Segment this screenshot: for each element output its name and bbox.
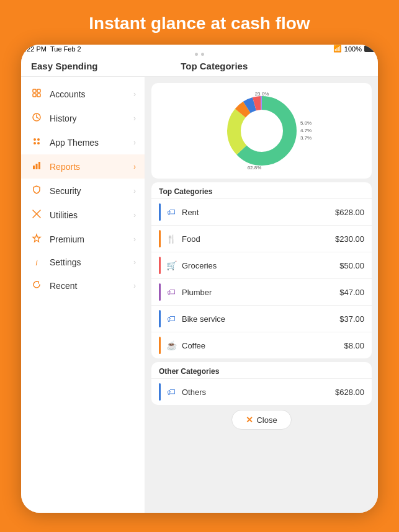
- food-amount: $230.00: [335, 234, 364, 244]
- top-categories-title: Top Categories: [151, 182, 372, 198]
- settings-chevron: ›: [133, 258, 136, 267]
- recent-icon: [30, 280, 43, 291]
- svg-point-8: [37, 142, 40, 144]
- premium-label: Premium: [50, 234, 133, 244]
- status-date: Tue Feb 2: [50, 45, 81, 53]
- accounts-icon: [30, 88, 43, 100]
- utilities-icon: [30, 209, 43, 221]
- groceries-color: [159, 257, 161, 274]
- page-header: Instant glance at cash flow: [76, 0, 322, 45]
- others-icon: 🏷: [166, 387, 177, 397]
- bikeservice-icon: 🏷: [166, 314, 177, 324]
- cat-row-bikeservice: 🏷 Bike service $37.00: [151, 305, 372, 332]
- others-color: [159, 383, 161, 401]
- settings-label: Settings: [50, 257, 133, 267]
- plumber-icon: 🏷: [166, 287, 177, 297]
- appthemes-icon: [30, 136, 43, 148]
- status-bar: 7:22 PM Tue Feb 2 📶 100%: [21, 45, 378, 53]
- other-categories-title: Other Categories: [151, 362, 372, 378]
- donut-container: 23.0% 5.0% 4.7% 3.7% 62.8%: [159, 91, 364, 171]
- appthemes-chevron: ›: [133, 138, 136, 147]
- groceries-amount: $50.00: [339, 261, 364, 270]
- others-name: Others: [182, 388, 335, 397]
- svg-rect-10: [36, 164, 38, 169]
- close-label: Close: [256, 415, 277, 425]
- settings-icon: i: [30, 258, 43, 267]
- reports-label: Reports: [50, 162, 133, 172]
- cat-row-rent: 🏷 Rent $628.00: [151, 198, 372, 225]
- security-chevron: ›: [133, 187, 136, 195]
- recent-chevron: ›: [133, 282, 136, 290]
- main-panel: 23.0% 5.0% 4.7% 3.7% 62.8% Top Categorie…: [145, 77, 378, 513]
- donut-card: 23.0% 5.0% 4.7% 3.7% 62.8%: [151, 83, 372, 179]
- rent-color: [159, 203, 161, 221]
- cat-row-groceries: 🛒 Groceries $50.00: [151, 252, 372, 278]
- accounts-chevron: ›: [133, 90, 136, 99]
- bikeservice-color: [159, 310, 161, 327]
- svg-point-5: [34, 138, 36, 141]
- other-categories-card: Other Categories 🏷 Others $628.00: [151, 362, 372, 405]
- history-chevron: ›: [133, 114, 136, 123]
- recent-label: Recent: [50, 281, 133, 291]
- sidebar-item-appthemes[interactable]: App Themes ›: [21, 130, 145, 154]
- coffee-icon: ☕: [166, 340, 177, 350]
- others-amount: $628.00: [335, 388, 364, 397]
- close-x-icon: ✕: [246, 415, 253, 425]
- security-icon: [30, 185, 43, 197]
- cat-row-others: 🏷 Others $628.00: [151, 378, 372, 405]
- svg-rect-3: [37, 94, 40, 97]
- sidebar-item-security[interactable]: Security ›: [21, 179, 145, 203]
- app-header: Easy Spending Top Categories: [21, 56, 378, 77]
- history-icon: [30, 112, 43, 124]
- status-time: 7:22 PM: [21, 45, 47, 53]
- battery-pct: 100%: [344, 45, 362, 53]
- utilities-chevron: ›: [133, 211, 136, 219]
- content-area: Accounts › History › App Themes ›: [21, 77, 378, 513]
- plumber-amount: $47.00: [339, 288, 364, 297]
- sidebar-item-accounts[interactable]: Accounts ›: [21, 82, 145, 106]
- groceries-name: Groceries: [182, 261, 339, 270]
- cat-row-coffee: ☕ Coffee $8.00: [151, 332, 372, 358]
- svg-rect-0: [33, 89, 36, 92]
- svg-text:5.0%: 5.0%: [300, 120, 312, 126]
- svg-text:4.7%: 4.7%: [300, 128, 312, 133]
- reports-icon: [30, 161, 43, 172]
- premium-chevron: ›: [133, 235, 136, 244]
- svg-point-21: [241, 110, 282, 151]
- plumber-name: Plumber: [182, 288, 339, 297]
- groceries-icon: 🛒: [166, 260, 177, 270]
- bikeservice-amount: $37.00: [339, 314, 364, 324]
- sidebar-item-reports[interactable]: Reports ›: [21, 154, 145, 179]
- rent-amount: $628.00: [335, 208, 364, 217]
- svg-rect-1: [37, 89, 40, 92]
- food-icon: 🍴: [166, 234, 177, 244]
- cat-row-plumber: 🏷 Plumber $47.00: [151, 278, 372, 305]
- reports-chevron: ›: [133, 162, 136, 171]
- accounts-label: Accounts: [50, 89, 133, 99]
- coffee-name: Coffee: [182, 341, 344, 350]
- plumber-color: [159, 283, 161, 301]
- sidebar-item-settings[interactable]: i Settings ›: [21, 251, 145, 273]
- rent-name: Rent: [182, 208, 335, 217]
- cat-row-food: 🍴 Food $230.00: [151, 225, 372, 252]
- coffee-color: [159, 337, 161, 354]
- svg-rect-11: [38, 162, 40, 169]
- section-title: Top Categories: [61, 61, 368, 71]
- sidebar-item-recent[interactable]: Recent ›: [21, 273, 145, 298]
- sidebar-item-premium[interactable]: Premium ›: [21, 227, 145, 251]
- svg-text:3.7%: 3.7%: [300, 135, 312, 141]
- close-button[interactable]: ✕ Close: [231, 410, 291, 430]
- bikeservice-name: Bike service: [182, 314, 339, 324]
- top-categories-card: Top Categories 🏷 Rent $628.00 🍴 Food $23…: [151, 182, 372, 358]
- sidebar-item-history[interactable]: History ›: [21, 106, 145, 130]
- security-label: Security: [50, 186, 133, 196]
- history-label: History: [50, 113, 133, 123]
- svg-text:62.8%: 62.8%: [247, 165, 261, 171]
- sidebar-item-utilities[interactable]: Utilities ›: [21, 203, 145, 227]
- premium-icon: [30, 233, 43, 245]
- food-color: [159, 230, 161, 247]
- page-title: Instant glance at cash flow: [76, 0, 322, 45]
- appthemes-label: App Themes: [50, 138, 133, 148]
- svg-text:23.0%: 23.0%: [254, 91, 269, 97]
- rent-icon: 🏷: [166, 207, 177, 217]
